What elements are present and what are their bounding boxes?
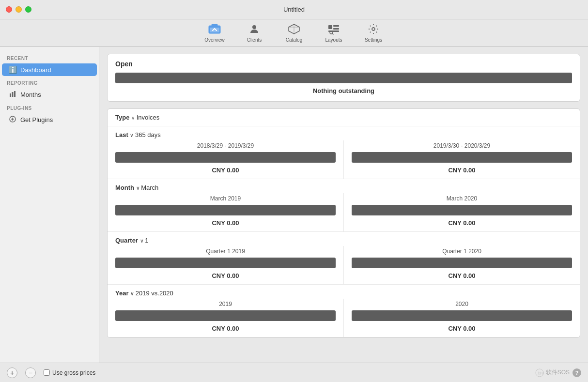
month-col2-date: March 2020 [352, 195, 572, 202]
toolbar-item-layouts[interactable]: Layouts [322, 22, 346, 43]
quarter-col1-bar [115, 258, 336, 268]
quarter-dropdown-value[interactable]: 1 [145, 237, 148, 244]
add-button[interactable]: + [7, 367, 17, 378]
month-cols: March 2019 CNY 0.00 March 2020 CNY 0.00 [108, 193, 580, 231]
catalog-icon [287, 22, 301, 36]
month-col1-date: March 2019 [115, 195, 336, 202]
section-header-year: Year ∨ 2019 vs.2020 [108, 285, 580, 299]
quarter-chevron-icon[interactable]: ∨ [140, 238, 143, 244]
layouts-icon [327, 22, 340, 36]
year-col2-progress-bar [352, 310, 572, 321]
quarter-col1: Quarter 1 2019 CNY 0.00 [108, 246, 344, 284]
sidebar-section-recent: RECENT [0, 52, 99, 63]
type-label: Type [115, 114, 129, 121]
month-dropdown-value[interactable]: March [141, 184, 158, 191]
toolbar: Overview Clients Catalog [0, 19, 588, 47]
comparison-card: Type ∨ Invoices Last ∨ 365 days 2018/3/2… [107, 108, 580, 338]
svg-rect-1 [212, 24, 217, 27]
bottom-bar: + − Use gross prices 软件 软件SOS ? [0, 363, 588, 382]
sidebar-item-dashboard[interactable]: ℹ️ Dashboard [2, 63, 97, 76]
maximize-button[interactable] [25, 6, 31, 13]
year-col2: 2020 CNY 0.00 [344, 299, 580, 337]
help-button[interactable]: ? [573, 368, 581, 377]
svg-rect-4 [328, 25, 332, 29]
month-col2: March 2020 CNY 0.00 [344, 193, 580, 231]
watermark-text: 软件 软件SOS [535, 368, 570, 377]
month-col2-bar [352, 205, 572, 215]
type-row: Type ∨ Invoices [108, 109, 580, 126]
gross-prices-label[interactable]: Use gross prices [44, 369, 95, 376]
last-col1-progress-bar [115, 152, 336, 163]
toolbar-label-clients: Clients [247, 37, 262, 43]
svg-line-9 [332, 33, 333, 34]
info-icon: ℹ️ [9, 66, 16, 74]
toolbar-item-clients[interactable]: Clients [242, 22, 266, 43]
minimize-button[interactable] [15, 6, 22, 13]
svg-rect-12 [12, 92, 14, 97]
settings-icon [367, 22, 380, 36]
close-button[interactable] [6, 6, 12, 13]
last-col2-date: 2019/3/30 - 2020/3/29 [352, 142, 572, 149]
gross-prices-text: Use gross prices [52, 369, 95, 376]
section-header-month: Month ∨ March [108, 179, 580, 193]
type-chevron-icon[interactable]: ∨ [131, 115, 135, 121]
last-col1-date: 2018/3/29 - 2019/3/29 [115, 142, 336, 149]
year-chevron-icon[interactable]: ∨ [130, 291, 134, 296]
section-header-last: Last ∨ 365 days [108, 126, 580, 140]
clients-icon [248, 22, 261, 36]
last-col1-bar [115, 152, 336, 163]
year-col1-amount: CNY 0.00 [115, 325, 336, 332]
sidebar-item-months[interactable]: Months [2, 88, 97, 101]
svg-rect-5 [333, 25, 339, 27]
sidebar: RECENT ℹ️ Dashboard REPORTING Months PLU… [0, 47, 99, 382]
toolbar-label-catalog: Catalog [286, 37, 302, 43]
last-chevron-icon[interactable]: ∨ [130, 133, 133, 138]
quarter-col2-progress-bar [352, 258, 572, 268]
toolbar-label-layouts: Layouts [325, 37, 342, 43]
svg-text:软件: 软件 [538, 371, 544, 376]
last-col2-amount: CNY 0.00 [352, 167, 572, 174]
open-progress-bar [115, 73, 572, 83]
last-cols: 2018/3/29 - 2019/3/29 CNY 0.00 2019/3/30… [108, 140, 580, 179]
remove-button[interactable]: − [25, 367, 36, 378]
toolbar-label-overview: Overview [204, 37, 225, 43]
month-col1-amount: CNY 0.00 [115, 219, 336, 227]
window-controls[interactable] [6, 6, 31, 13]
sidebar-section-reporting: REPORTING [0, 76, 99, 88]
last-col1-amount: CNY 0.00 [115, 167, 336, 174]
toolbar-item-settings[interactable]: Settings [361, 22, 386, 43]
svg-rect-6 [333, 28, 339, 30]
month-col1-progress-bar [115, 205, 336, 215]
type-value[interactable]: Invoices [137, 114, 160, 121]
month-col2-progress-bar [352, 205, 572, 215]
last-col2-bar [352, 152, 572, 163]
nothing-outstanding-text: Nothing outstanding [115, 87, 572, 94]
toolbar-item-overview[interactable]: Overview [202, 22, 227, 43]
last-dropdown-value[interactable]: 365 days [135, 131, 161, 138]
year-col2-bar [352, 310, 572, 321]
year-col1-progress-bar [115, 310, 336, 321]
year-col1-bar [115, 310, 336, 321]
sidebar-item-get-plugins[interactable]: Get Plugins [2, 113, 97, 126]
year-dropdown-value[interactable]: 2019 vs.2020 [136, 290, 173, 297]
bottom-left: + − Use gross prices [7, 367, 95, 378]
quarter-col1-amount: CNY 0.00 [115, 272, 336, 279]
month-col2-amount: CNY 0.00 [352, 219, 572, 227]
year-col1-date: 2019 [115, 301, 336, 307]
comparison-section-quarter: Quarter ∨ 1 Quarter 1 2019 CNY 0.00 Quar… [108, 232, 580, 285]
svg-rect-13 [14, 91, 15, 97]
quarter-col2-amount: CNY 0.00 [352, 272, 572, 279]
year-col2-amount: CNY 0.00 [352, 325, 572, 332]
toolbar-item-catalog[interactable]: Catalog [282, 22, 306, 43]
sidebar-item-label-get-plugins: Get Plugins [20, 116, 53, 123]
quarter-col2-date: Quarter 1 2020 [352, 248, 572, 255]
sidebar-item-label-dashboard: Dashboard [20, 66, 51, 74]
last-label: Last [115, 131, 128, 138]
gross-prices-checkbox[interactable] [44, 369, 50, 376]
section-header-quarter: Quarter ∨ 1 [108, 232, 580, 246]
chart-icon [9, 91, 16, 99]
content-area: Open Nothing outstanding Type ∨ Invoices… [99, 47, 588, 382]
comparison-section-year: Year ∨ 2019 vs.2020 2019 CNY 0.00 2020 [108, 285, 580, 337]
month-chevron-icon[interactable]: ∨ [136, 185, 139, 191]
quarter-label: Quarter [115, 237, 138, 244]
